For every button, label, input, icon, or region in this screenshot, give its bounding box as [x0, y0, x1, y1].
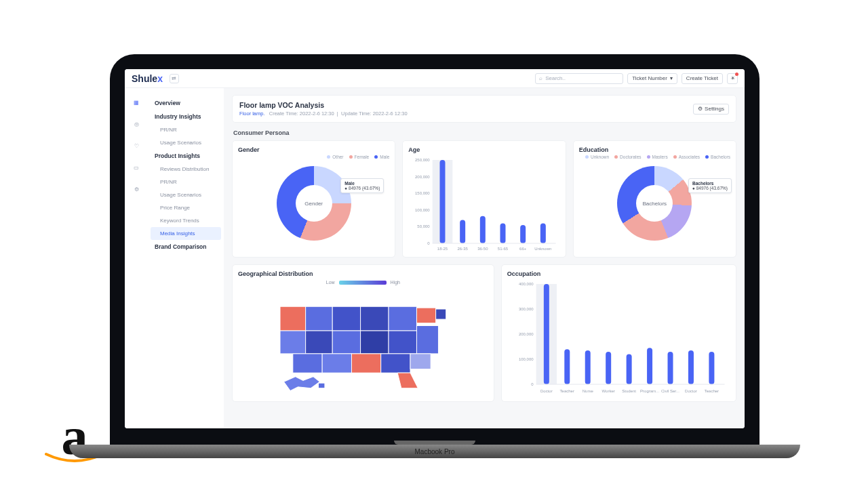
svg-rect-22 [332, 306, 360, 331]
icon-rail: ▦ ◎ ♡ ▭ ⚙ [125, 88, 148, 428]
svg-rect-29 [332, 331, 360, 354]
svg-rect-21 [306, 306, 333, 331]
create-ticket-button[interactable]: Create Ticket [682, 73, 723, 84]
svg-rect-33 [293, 354, 322, 373]
laptop-base: Macbook Pro [69, 445, 800, 458]
filter-dropdown[interactable]: Ticket Number ▾ [627, 73, 677, 84]
svg-rect-54 [626, 354, 631, 384]
svg-marker-38 [397, 373, 418, 388]
card-occupation: Occupation 100,000200,000300,000400,0000… [501, 264, 736, 402]
notification-icon[interactable]: ☀ [727, 73, 738, 84]
svg-text:100,000: 100,000 [415, 208, 430, 212]
nav-overview[interactable]: Overview [148, 96, 224, 110]
svg-text:400,000: 400,000 [519, 282, 534, 286]
nav-product-media[interactable]: Media Insights [151, 227, 221, 240]
share-icon[interactable]: ⇄ [170, 74, 179, 83]
section-title: Consumer Persona [233, 129, 735, 136]
svg-rect-13 [500, 223, 506, 243]
svg-text:Civil Ser...: Civil Ser... [661, 389, 679, 393]
svg-rect-27 [280, 331, 306, 354]
svg-rect-62 [709, 352, 714, 384]
svg-rect-31 [389, 331, 416, 354]
donut-education: Bachelors [617, 166, 692, 241]
svg-rect-28 [306, 331, 333, 354]
nav-product-reviews[interactable]: Reviews Distribution [148, 163, 224, 176]
card-geo: Geographical Distribution Low High [232, 264, 494, 402]
svg-text:Student: Student [622, 389, 636, 393]
svg-text:Doctor: Doctor [685, 389, 697, 393]
side-nav: Overview Industry Insights PR/NR Usage S… [148, 88, 224, 428]
svg-rect-58 [667, 352, 673, 384]
search-icon: ⌕ [539, 75, 542, 81]
page-header: Floor lamp VOC Analysis Floor lamp. Crea… [232, 95, 736, 123]
nav-industry-usage[interactable]: Usage Scenarios [148, 136, 224, 149]
settings-button[interactable]: ⚙ Settings [693, 104, 729, 115]
svg-rect-46 [544, 284, 549, 384]
target-icon[interactable]: ◎ [132, 119, 141, 129]
nav-product-head[interactable]: Product Insights [148, 149, 224, 163]
svg-text:Worker: Worker [601, 389, 614, 393]
map-usa [238, 287, 488, 396]
svg-rect-20 [280, 306, 306, 331]
svg-rect-60 [688, 350, 694, 384]
education-legend: Unknown Doctorates Masters Associates Ba… [579, 155, 730, 159]
svg-text:300,000: 300,000 [519, 307, 534, 311]
topbar: Shulex ⇄ ⌕ Search.. Ticket Number ▾ Crea… [125, 69, 745, 88]
page-title: Floor lamp VOC Analysis [239, 101, 408, 109]
svg-text:Nurse: Nurse [582, 389, 593, 393]
image-icon[interactable]: ▭ [132, 163, 141, 172]
card-age: Age 50,000100,000150,000200,000250,00001… [402, 140, 566, 258]
card-geo-title: Geographical Distribution [238, 270, 488, 277]
tooltip-gender: Male ● 84976 (43.67%) [340, 178, 384, 193]
svg-text:0: 0 [531, 382, 534, 386]
svg-rect-32 [416, 326, 438, 354]
gear-icon[interactable]: ⚙ [132, 184, 141, 194]
chevron-down-icon: ▾ [670, 75, 673, 81]
svg-text:100,000: 100,000 [519, 357, 534, 361]
nav-brand-comp[interactable]: Brand Comparison [148, 240, 224, 253]
card-gender-title: Gender [238, 146, 389, 153]
svg-rect-34 [322, 354, 351, 373]
chart-occupation: 100,000200,000300,000400,0000DoctorTeach… [507, 277, 730, 394]
nav-product-prnr[interactable]: PR/NR [148, 176, 224, 188]
tooltip-education: Bachelors ● 84976 (43.67%) [688, 178, 732, 193]
shield-icon[interactable]: ♡ [132, 141, 141, 150]
card-occupation-title: Occupation [507, 270, 730, 277]
chart-age: 50,000100,000150,000200,000250,000018-25… [408, 153, 559, 251]
svg-text:36-50: 36-50 [477, 247, 488, 251]
brand-logo: Shulex [132, 73, 163, 84]
svg-text:200,000: 200,000 [415, 175, 430, 179]
svg-text:Teacher: Teacher [559, 389, 574, 393]
svg-rect-17 [540, 223, 546, 243]
card-education-title: Education [579, 146, 730, 153]
svg-rect-35 [351, 354, 380, 373]
nav-industry-prnr[interactable]: PR/NR [148, 123, 224, 136]
svg-rect-48 [564, 349, 570, 384]
search-input[interactable]: ⌕ Search.. [535, 73, 623, 84]
main-content: Floor lamp VOC Analysis Floor lamp. Crea… [224, 88, 745, 428]
svg-text:Teacher: Teacher [704, 389, 718, 393]
svg-rect-36 [381, 354, 410, 373]
svg-rect-7 [440, 160, 446, 243]
nav-industry-head[interactable]: Industry Insights [148, 110, 224, 123]
svg-rect-39 [318, 383, 324, 388]
svg-rect-50 [585, 350, 590, 384]
svg-text:51-65: 51-65 [498, 247, 509, 251]
card-age-title: Age [408, 146, 559, 153]
svg-text:50,000: 50,000 [418, 224, 431, 228]
svg-text:Doctor: Doctor [540, 389, 553, 393]
svg-text:250,000: 250,000 [415, 158, 430, 162]
svg-text:18-25: 18-25 [437, 247, 448, 251]
svg-text:200,000: 200,000 [519, 332, 534, 336]
nav-product-price[interactable]: Price Range [148, 201, 224, 214]
page-meta: Floor lamp. Create Time: 2022-2-6 12:30 … [239, 110, 408, 117]
nav-product-keyword[interactable]: Keyword Trends [148, 214, 224, 227]
svg-rect-26 [436, 309, 446, 319]
svg-text:26-35: 26-35 [458, 247, 469, 251]
card-education: Education Unknown Doctorates Masters Ass… [573, 140, 736, 258]
nav-product-usage[interactable]: Usage Scenarios [148, 188, 224, 201]
svg-rect-25 [416, 308, 435, 323]
dashboard-icon[interactable]: ▦ [132, 98, 141, 107]
svg-rect-9 [460, 220, 465, 243]
svg-text:0: 0 [428, 241, 431, 245]
